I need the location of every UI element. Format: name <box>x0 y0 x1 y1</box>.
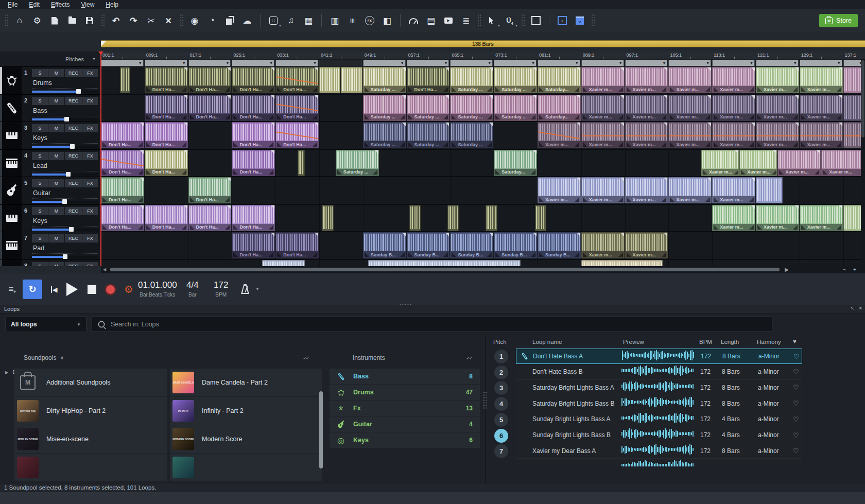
arranger-clip[interactable]: Xavier m... <box>668 95 712 121</box>
clip-fade-handle[interactable] <box>707 95 711 99</box>
clip-fade-handle[interactable] <box>184 67 187 71</box>
arranger-clip[interactable]: Don't Ha... <box>188 67 232 93</box>
favorite-toggle-icon[interactable]: ♡ <box>793 396 799 411</box>
arranger-clip[interactable]: Saturday ... <box>494 67 537 93</box>
clip-fade-handle[interactable] <box>315 67 318 71</box>
position-display[interactable]: 01.01.000 Bar.Beats.Ticks <box>138 280 177 298</box>
clip-fade-handle[interactable] <box>140 205 144 209</box>
track-volume-slider[interactable] <box>32 201 98 203</box>
clip-fade-handle[interactable] <box>751 95 755 99</box>
section-block[interactable] <box>319 60 362 66</box>
arranger-clip[interactable]: Saturday ... <box>363 67 406 93</box>
automation-line[interactable] <box>625 135 668 136</box>
section-menu-icon[interactable]: ▼ <box>750 61 753 65</box>
arranger-clip[interactable]: Don't Ha... <box>232 95 275 121</box>
arranger-clip[interactable]: Saturday ... <box>407 95 450 121</box>
track-s-button[interactable]: S <box>32 207 48 215</box>
clip-fade-handle[interactable] <box>402 123 406 126</box>
section-block[interactable]: ▼ <box>756 60 799 66</box>
clip-fade-handle[interactable] <box>271 205 274 209</box>
arranger-clip[interactable]: Xavier m... <box>538 177 581 203</box>
pitch-button-7[interactable]: 7 <box>494 444 508 458</box>
arranger-clip[interactable]: Saturday ... <box>336 150 379 176</box>
section-menu-icon[interactable]: ▼ <box>488 61 491 65</box>
arranger-clip[interactable]: Xavier m... <box>756 122 799 148</box>
track-s-button[interactable]: S <box>32 124 48 132</box>
arranger-clip[interactable]: Xavier m... <box>756 205 799 231</box>
loop-preview-waveform[interactable] <box>622 349 694 361</box>
add-track-button[interactable]: ≡+ <box>5 283 20 296</box>
section-block[interactable]: ▼ <box>101 60 144 66</box>
track-m-button[interactable]: M <box>48 69 64 77</box>
track-m-button[interactable]: M <box>48 234 64 242</box>
arranger-clip[interactable]: Xavier m... <box>625 177 668 203</box>
section-menu-icon[interactable]: ▼ <box>401 61 404 65</box>
track-rec-button[interactable]: REC <box>65 124 82 132</box>
section-menu-icon[interactable]: ▼ <box>531 61 535 65</box>
clip-fade-handle[interactable] <box>735 150 738 154</box>
section-block[interactable]: ▼ <box>232 60 274 66</box>
clip-fade-handle[interactable] <box>184 123 187 126</box>
pitch-button-2[interactable]: 2 <box>494 366 508 379</box>
mastering-dial-icon[interactable]: ◔ <box>204 13 220 28</box>
favorite-toggle-icon[interactable]: ♡ <box>793 412 799 427</box>
track-fx-button[interactable]: FX <box>82 234 98 242</box>
track-volume-slider[interactable] <box>32 146 98 148</box>
section-block[interactable]: ▼ <box>538 60 580 66</box>
fullscreen-icon[interactable] <box>528 13 544 28</box>
column-header-preview[interactable]: Preview <box>623 339 644 345</box>
metronome-button[interactable] <box>241 284 249 294</box>
clip-fade-handle[interactable] <box>315 95 318 99</box>
clip-fade-handle[interactable] <box>577 95 580 99</box>
loop-preview-waveform[interactable] <box>621 364 694 377</box>
timeline-ruler[interactable]: 001:1009:1017:1025:1033:1041:1049:1057:1… <box>101 51 865 60</box>
arranger-clip[interactable]: Don't Ha... <box>275 122 319 148</box>
arranger-clip[interactable]: Xavier m... <box>581 232 625 258</box>
menu-item-help[interactable]: Help <box>101 1 123 8</box>
pitch-button-3[interactable]: 3 <box>494 381 508 395</box>
arranger-clip[interactable]: Sunday B... <box>450 232 493 258</box>
clip-fade-handle[interactable] <box>795 205 799 209</box>
track-volume-slider[interactable] <box>32 173 98 176</box>
column-header-pitch[interactable]: Pitch <box>493 339 507 345</box>
arranger-clip[interactable]: Don't Ha... <box>101 150 144 176</box>
arranger-clip[interactable]: Xavier m... <box>800 95 843 121</box>
close-panel-icon[interactable]: × <box>859 305 862 311</box>
arranger-clip[interactable] <box>409 205 421 231</box>
section-menu-icon[interactable]: ▼ <box>575 61 579 65</box>
arranger-clip[interactable]: Don't Ha... <box>145 122 188 148</box>
cloud-download-icon[interactable]: ☁ <box>239 13 255 28</box>
loop-row[interactable] <box>516 459 802 466</box>
section-block[interactable]: ▼ <box>712 60 755 66</box>
clip-fade-handle[interactable] <box>577 233 580 236</box>
arranger-clip[interactable]: Xavier m... <box>625 67 668 93</box>
track-s-button[interactable]: S <box>32 262 48 267</box>
scroll-left-icon[interactable]: ◀ <box>101 267 108 272</box>
arranger-clip[interactable]: Don't Ha... <box>145 150 188 176</box>
arranger-clip[interactable] <box>322 205 333 231</box>
clip-fade-handle[interactable] <box>620 233 624 236</box>
arranger-clip[interactable]: Don't Ha... <box>275 232 319 258</box>
clip-fade-handle[interactable] <box>839 95 842 99</box>
track-m-button[interactable]: M <box>48 97 64 105</box>
track-fx-button[interactable]: FX <box>82 179 98 187</box>
clip-fade-handle[interactable] <box>664 178 667 181</box>
record-settings-button[interactable]: ⚙ <box>122 282 136 297</box>
clip-fade-handle[interactable] <box>620 67 624 71</box>
clip-fade-handle[interactable] <box>227 205 231 209</box>
clip-fade-handle[interactable] <box>140 178 144 181</box>
section-menu-icon[interactable]: ▼ <box>313 61 317 65</box>
favorite-toggle-icon[interactable]: ♡ <box>793 349 800 363</box>
settings-icon[interactable]: ⚙ <box>29 13 45 28</box>
favorite-toggle-icon[interactable]: ♡ <box>793 428 799 443</box>
section-menu-icon[interactable]: ▼ <box>706 61 710 65</box>
loop-filter-select[interactable]: All loops ▼ <box>5 317 86 332</box>
section-block[interactable]: ▼ <box>407 60 449 66</box>
pitches-header[interactable]: Pitches ▼ <box>0 51 101 67</box>
notes-icon[interactable]: ♫ <box>283 13 299 28</box>
arranger-clip[interactable]: Xavier m... <box>581 177 625 203</box>
track-m-button[interactable]: M <box>48 179 64 187</box>
pitch-button-4[interactable]: 4 <box>494 397 508 411</box>
arranger-clip[interactable]: Don't Ha... <box>407 67 450 93</box>
clip-fade-handle[interactable] <box>184 205 187 209</box>
